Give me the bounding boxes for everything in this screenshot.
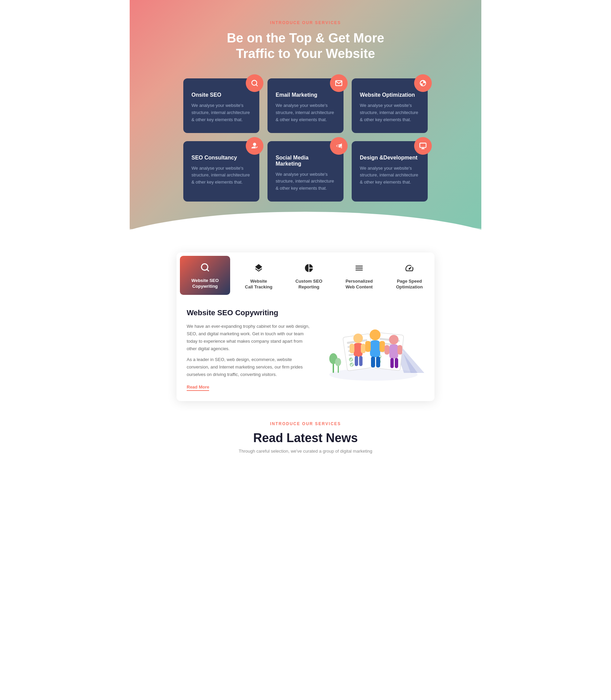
svg-rect-39 [376,356,380,367]
pie-chart-icon [414,74,432,92]
tab-custom-seo[interactable]: Custom SEO Reporting [284,253,334,298]
tab-content-text: Website SEO Copywriting We have an ever-… [187,308,312,391]
pie-tab-icon [304,263,314,275]
search-icon [246,74,264,92]
tabs-container: Website SEO Copywriting Website Call Tra… [177,253,434,401]
services-tagline: INTRODUCE OUR SERVICES [130,20,481,25]
speedometer-tab-icon [405,263,414,275]
service-card-email-marketing-desc: We analyse your website's structure, int… [275,102,336,123]
svg-line-1 [256,85,257,86]
service-card-seo-consultancy: SEO Consultancy We analyse your website'… [183,141,259,201]
service-card-onsite-seo: Onsite SEO We analyse your website's str… [183,78,259,133]
tabs-header: Website SEO Copywriting Website Call Tra… [177,253,434,298]
service-card-onsite-seo-title: Onsite SEO [191,92,251,98]
svg-rect-30 [349,344,354,353]
svg-point-40 [389,335,399,345]
seo-illustration [323,308,424,383]
svg-line-6 [207,269,208,271]
tab-web-content-label: Personalized Web Content [345,278,373,290]
tab-website-seo-label: Website SEO Copywriting [191,278,219,289]
service-card-design-dev: Design &Development We analyse your webs… [352,141,428,201]
tab-custom-seo-label: Custom SEO Reporting [295,278,322,290]
tab-page-speed-label: Page Speed Optimization [396,278,423,290]
service-card-onsite-seo-desc: We analyse your website's structure, int… [191,102,251,123]
service-card-social-media-title: Social Media Marketing [275,155,336,167]
svg-point-13 [335,358,341,366]
service-card-social-media-desc: We analyse your website's structure, int… [275,171,336,192]
service-card-design-dev-title: Design &Development [360,155,420,161]
tab-content-paragraph2: As a leader in SEO, web design, ecommerc… [187,356,312,378]
user-check-icon [246,137,264,155]
svg-rect-42 [385,345,389,354]
email-icon [330,74,347,92]
tab-content-area: Website SEO Copywriting We have an ever-… [177,298,434,401]
svg-rect-37 [379,341,385,352]
svg-rect-41 [389,345,398,359]
svg-rect-33 [359,356,362,366]
tab-call-tracking[interactable]: Website Call Tracking [234,253,284,298]
svg-rect-36 [365,341,371,352]
svg-rect-31 [361,344,366,353]
monitor-icon [414,137,432,155]
svg-rect-45 [395,358,398,368]
service-card-social-media: Social Media Marketing We analyse your w… [267,141,344,201]
svg-point-34 [370,330,381,340]
news-tagline: INTRODUCE OUR SERVICES [136,422,475,426]
megaphone-icon [330,137,347,155]
tab-website-seo[interactable]: Website SEO Copywriting [180,256,230,295]
services-grid: Onsite SEO We analyse your website's str… [177,78,434,201]
svg-rect-44 [390,358,394,368]
tab-web-content[interactable]: Personalized Web Content [334,253,384,298]
service-card-email-marketing: Email Marketing We analyse your website'… [267,78,344,133]
service-card-design-dev-desc: We analyse your website's structure, int… [360,165,420,186]
news-section: INTRODUCE OUR SERVICES Read Latest News … [130,401,481,460]
svg-rect-43 [398,345,402,354]
tab-page-speed[interactable]: Page Speed Optimization [384,253,434,298]
svg-point-28 [353,334,363,343]
service-card-website-optimization-title: Website Optimization [360,92,420,98]
tab-content-illustration [323,308,424,383]
news-subtitle: Through careful selection, we've curated… [136,448,475,454]
tab-content-title: Website SEO Copywriting [187,308,312,317]
tabs-wrapper: Website SEO Copywriting Website Call Tra… [130,242,481,401]
wave-decoration [130,215,481,242]
svg-rect-38 [371,356,375,367]
document-tab-icon [354,263,364,275]
read-more-link[interactable]: Read More [187,384,209,391]
tab-content-paragraph1: We have an ever-expanding trophy cabinet… [187,323,312,352]
services-title: Be on the Top & Get More Traffic to Your… [130,31,481,61]
svg-rect-32 [355,356,358,366]
svg-rect-2 [420,143,426,147]
news-title: Read Latest News [136,431,475,445]
service-card-website-optimization-desc: We analyse your website's structure, int… [360,102,420,123]
tab-call-tracking-label: Website Call Tracking [245,278,272,290]
service-card-email-marketing-title: Email Marketing [275,92,336,98]
layers-tab-icon [254,263,264,275]
service-card-website-optimization: Website Optimization We analyse your web… [352,78,428,133]
service-card-seo-consultancy-title: SEO Consultancy [191,155,251,161]
service-card-seo-consultancy-desc: We analyse your website's structure, int… [191,165,251,186]
services-section: INTRODUCE OUR SERVICES Be on the Top & G… [130,0,481,242]
search-tab-icon [200,263,210,274]
svg-rect-35 [370,340,380,357]
